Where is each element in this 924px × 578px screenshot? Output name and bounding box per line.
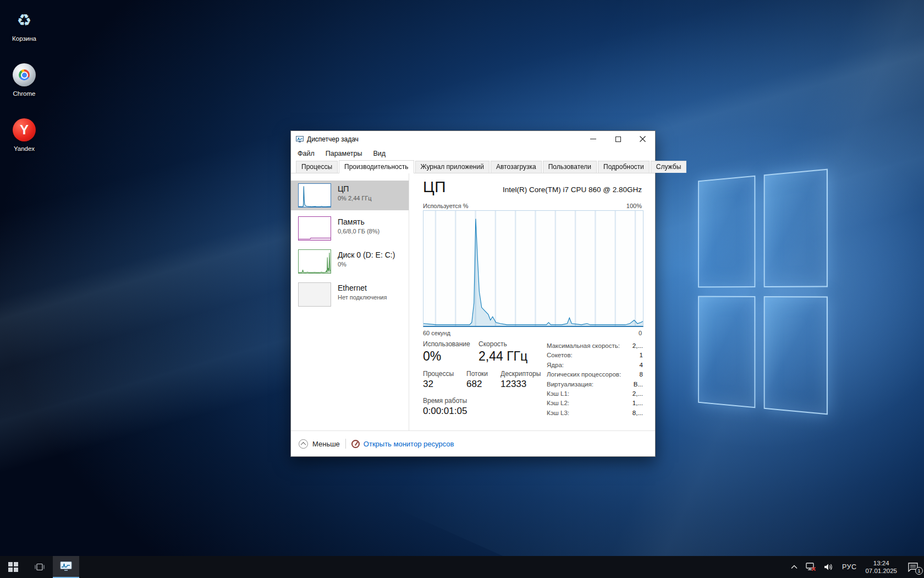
tray-volume[interactable] [820, 556, 838, 578]
fewer-details-button[interactable]: Меньше [299, 439, 340, 449]
stat-label: Время работы [423, 397, 467, 405]
yandex-icon: Y [1, 117, 47, 143]
sidebar-item-disk[interactable]: Диск 0 (D: E: C:) 0% [291, 247, 409, 276]
maximize-button[interactable] [606, 131, 630, 147]
taskbar-spacer [79, 556, 787, 578]
cpu-mini-graph [298, 183, 331, 208]
chevron-up-icon [791, 565, 798, 569]
spec-label: Сокетов: [547, 351, 573, 360]
tab-users[interactable]: Пользователи [543, 161, 597, 173]
close-button[interactable] [630, 131, 655, 147]
tab-strip: Процессы Производительность Журнал прило… [291, 160, 655, 173]
cpu-spec-list: Максимальная скорость:2,... Сокетов:1 Яд… [547, 341, 643, 418]
menu-view[interactable]: Вид [367, 148, 391, 159]
clock-date: 07.01.2025 [865, 567, 897, 575]
chevron-up-circle-icon [299, 439, 308, 449]
divider [345, 439, 346, 449]
tray-language-indicator[interactable]: РУС [838, 556, 861, 578]
tray-show-hidden-icons[interactable] [787, 556, 801, 578]
sidebar-item-title: ЦП [338, 184, 372, 193]
spec-row: Максимальная скорость:2,... [547, 341, 643, 351]
network-disconnected-icon [805, 562, 816, 572]
open-resource-monitor-link[interactable]: Открыть монитор ресурсов [364, 440, 454, 448]
disc-shape [13, 63, 36, 86]
task-manager-app-icon [296, 135, 304, 143]
sidebar-item-title: Память [338, 217, 380, 226]
task-view-button[interactable] [26, 556, 53, 578]
stat-label: Процессы [423, 370, 454, 378]
cpu-detail-panel: ЦП Intel(R) Core(TM) i7 CPU 860 @ 2.80GH… [409, 173, 655, 430]
spec-label: Виртуализация: [547, 380, 593, 389]
task-manager-window: Диспетчер задач Файл Параметры Вид Проце… [290, 130, 656, 457]
chart-axis-bottom: 60 секунд 0 [423, 330, 642, 336]
sidebar-item-cpu[interactable]: ЦП 0% 2,44 ГГц [291, 181, 409, 210]
spec-label: Ядра: [547, 361, 564, 370]
stat-label: Дескрипторы [501, 370, 541, 378]
tab-app-history[interactable]: Журнал приложений [415, 161, 490, 173]
panel-title: ЦП [423, 178, 446, 196]
chrome-disc-icon [1, 62, 47, 88]
spec-row: Кэш L1:2,... [547, 389, 643, 399]
spec-value: В... [634, 380, 643, 389]
tab-performance[interactable]: Производительность [339, 160, 414, 173]
tray-clock[interactable]: 13:24 07.01.2025 [860, 556, 902, 578]
fewer-details-label: Меньше [312, 440, 340, 448]
sidebar-item-ethernet[interactable]: Ethernet Нет подключения [291, 280, 409, 309]
chrome-logo [19, 69, 30, 80]
tab-processes[interactable]: Процессы [296, 161, 338, 173]
cpu-usage-graph [423, 210, 644, 327]
memory-mini-graph [298, 216, 331, 241]
recycle-symbol: ♻ [17, 10, 32, 30]
cpu-model: Intel(R) Core(TM) i7 CPU 860 @ 2.80GHz [503, 186, 642, 194]
title-bar[interactable]: Диспетчер задач [291, 131, 655, 147]
system-tray: РУС 13:24 07.01.2025 1 [787, 556, 924, 578]
spec-row: Сокетов:1 [547, 351, 643, 360]
spec-value: 1,... [632, 399, 643, 408]
spec-row: Логических процессоров:8 [547, 370, 643, 379]
stat-value: 12333 [501, 379, 541, 390]
sidebar-item-title: Диск 0 (D: E: C:) [338, 250, 395, 259]
disk-mini-graph [298, 249, 331, 274]
sidebar-item-subtitle: Нет подключения [338, 294, 387, 301]
stat-value: 32 [423, 379, 454, 390]
desktop-icon-label: Chrome [1, 90, 47, 97]
stat-processes: Процессы 32 [423, 370, 454, 390]
windows-logo-pane [764, 169, 828, 287]
ethernet-mini-graph [298, 282, 331, 307]
tray-network-status[interactable] [801, 556, 820, 578]
spec-row: Кэш L2:1,... [547, 399, 643, 408]
spec-row: Кэш L3:8,... [547, 408, 643, 418]
sidebar-item-subtitle: 0,6/8,0 ГБ (8%) [338, 228, 380, 235]
desktop-icon-chrome[interactable]: Chrome [1, 62, 47, 97]
yandex-logo: Y [13, 118, 36, 141]
desktop-icon-yandex[interactable]: Y Yandex [1, 117, 47, 152]
windows-start-icon [8, 562, 18, 572]
tab-services[interactable]: Службы [651, 161, 686, 173]
spec-value: 8 [640, 370, 643, 379]
menu-options[interactable]: Параметры [320, 148, 368, 159]
desktop-icon-recycle-bin[interactable]: ♻ Корзина [1, 7, 47, 42]
spec-label: Кэш L1: [547, 389, 569, 399]
minimize-button[interactable] [581, 131, 606, 147]
taskbar-app-task-manager[interactable] [53, 556, 79, 578]
task-manager-taskbar-icon [60, 561, 72, 572]
sidebar-item-subtitle: 0% 2,44 ГГц [338, 195, 372, 201]
tab-startup[interactable]: Автозагрузка [491, 161, 542, 173]
start-button[interactable] [0, 556, 26, 578]
tab-details[interactable]: Подробности [598, 161, 650, 173]
recycle-bin-icon: ♻ [1, 7, 47, 33]
menu-file[interactable]: Файл [292, 148, 320, 159]
action-center-button[interactable]: 1 [902, 556, 924, 578]
stat-value: 0% [423, 349, 470, 364]
sidebar-item-memory[interactable]: Память 0,6/8,0 ГБ (8%) [291, 214, 409, 243]
axis-label-usage: Используется % [423, 203, 469, 209]
spec-value: 2,... [632, 341, 643, 351]
close-icon [640, 136, 646, 142]
taskbar: РУС 13:24 07.01.2025 1 [0, 556, 924, 578]
spec-label: Кэш L3: [547, 408, 569, 418]
axis-label-0: 0 [639, 330, 642, 336]
window-controls [581, 131, 655, 147]
chart-axis-top: Используется % 100% [423, 203, 642, 209]
spec-row: Виртуализация:В... [547, 380, 643, 389]
sidebar-item-subtitle: 0% [338, 261, 395, 268]
